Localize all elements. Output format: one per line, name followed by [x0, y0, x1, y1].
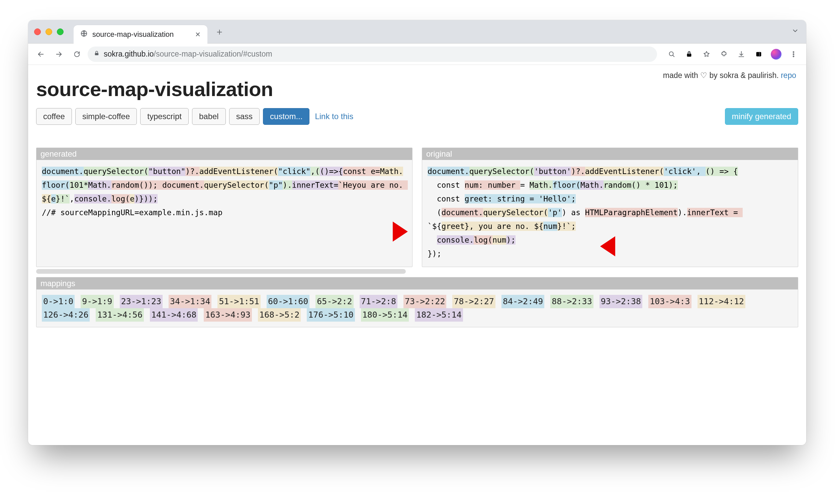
mapping-token[interactable]: 131->4:56 [96, 308, 144, 322]
downloads-icon[interactable] [734, 47, 749, 62]
mapping-token[interactable]: 34->1:34 [169, 295, 211, 308]
code-segment[interactable]: Math. [380, 167, 403, 176]
code-segment[interactable]: () => { [706, 167, 738, 176]
code-segment[interactable]: greet: string = 'Hello'; [465, 194, 576, 203]
custom-button[interactable]: custom... [263, 108, 309, 125]
code-segment[interactable]: num [492, 235, 507, 245]
panel-toggle-icon[interactable] [751, 47, 766, 62]
search-icon[interactable] [665, 47, 679, 62]
code-segment[interactable]: }!` [56, 194, 70, 203]
code-segment[interactable]: }!`; [557, 222, 576, 231]
mapping-token[interactable]: 112->4:12 [697, 295, 745, 308]
mapping-token[interactable]: 71->2:8 [360, 295, 398, 308]
code-segment[interactable]: floor( [553, 180, 581, 190]
original-code[interactable]: document.querySelector('button')?.addEve… [422, 160, 798, 267]
code-segment[interactable]: "button" [148, 167, 186, 176]
code-segment[interactable]: 'button' [534, 167, 571, 176]
code-segment[interactable]: you are no. [352, 180, 408, 190]
mapping-token[interactable]: 0->1:0 [42, 295, 75, 308]
code-segment[interactable]: )?. [571, 167, 585, 176]
code-segment[interactable]: ). [678, 208, 687, 217]
code-segment[interactable]: num [543, 222, 557, 231]
code-segment[interactable]: document. [162, 180, 204, 190]
code-segment[interactable]: )?. [185, 167, 199, 176]
code-segment[interactable] [428, 235, 437, 245]
code-segment[interactable]: Math. [581, 180, 604, 190]
example-sass-button[interactable]: sass [229, 108, 260, 125]
mapping-token[interactable]: 168->5:2 [258, 308, 301, 322]
code-segment[interactable]: }, you are no. ${ [465, 222, 543, 231]
code-segment[interactable]: ( [428, 208, 442, 217]
close-window-button[interactable] [34, 28, 41, 35]
code-segment[interactable]: `${ [428, 222, 442, 231]
code-segment[interactable]: random() [604, 180, 645, 190]
mapping-token[interactable]: 103->4:3 [648, 295, 691, 308]
code-segment[interactable]: , [69, 194, 74, 203]
code-segment[interactable]: ()=>{ [320, 167, 343, 176]
code-segment[interactable]: 'click', [664, 167, 706, 176]
mapping-token[interactable]: 93->2:38 [599, 295, 642, 308]
code-segment[interactable]: ${ [42, 194, 51, 203]
mapping-token[interactable]: 176->5:10 [307, 308, 354, 322]
code-segment[interactable]: innerText= [292, 180, 338, 190]
share-icon[interactable] [682, 47, 696, 62]
code-segment[interactable]: random()); [111, 180, 162, 190]
minify-generated-button[interactable]: minify generated [725, 108, 798, 125]
example-babel-button[interactable]: babel [192, 108, 226, 125]
code-segment[interactable]: const [428, 194, 465, 203]
code-segment[interactable]: HTMLParagraphElement [585, 208, 678, 217]
kebab-menu-icon[interactable] [786, 47, 801, 62]
repo-link[interactable]: repo [781, 71, 796, 80]
code-segment[interactable]: Math. [88, 180, 111, 190]
mapping-token[interactable]: 51->1:51 [218, 295, 260, 308]
code-segment[interactable]: floor( [42, 180, 69, 190]
code-segment[interactable]: console. [437, 235, 474, 245]
mapping-token[interactable]: 9->1:9 [81, 295, 114, 308]
code-segment[interactable]: 'p' [548, 208, 562, 217]
maximize-window-button[interactable] [57, 28, 64, 35]
code-segment[interactable]: ); [506, 235, 515, 245]
generated-horizontal-scrollbar[interactable] [36, 269, 406, 274]
code-segment[interactable]: document. [42, 167, 84, 176]
example-coffee-button[interactable]: coffee [36, 108, 72, 125]
profile-avatar[interactable] [769, 47, 783, 62]
code-segment[interactable]: e [51, 194, 56, 203]
code-segment[interactable]: "click" [278, 167, 310, 176]
example-simple-coffee-button[interactable]: simple-coffee [75, 108, 137, 125]
mapping-token[interactable]: 84->2:49 [502, 295, 544, 308]
back-button[interactable] [34, 47, 48, 62]
bookmark-star-icon[interactable] [699, 47, 714, 62]
code-segment[interactable]: greet [442, 222, 465, 231]
mapping-token[interactable]: 163->4:93 [204, 308, 251, 322]
reload-button[interactable] [69, 47, 84, 62]
mapping-token[interactable]: 180->5:14 [361, 308, 409, 322]
mapping-token[interactable]: 23->1:23 [120, 295, 163, 308]
code-segment[interactable]: querySelector( [84, 167, 148, 176]
code-segment[interactable]: querySelector( [483, 208, 548, 217]
code-segment[interactable]: Math. [530, 180, 553, 190]
code-segment[interactable]: `He [338, 180, 352, 190]
code-segment[interactable]: innerText = [687, 208, 743, 217]
code-segment[interactable]: querySelector( [204, 180, 269, 190]
mapping-token[interactable]: 60->1:60 [267, 295, 309, 308]
code-segment[interactable]: log( [474, 235, 492, 245]
code-segment[interactable]: ) as [562, 208, 585, 217]
code-segment[interactable]: addEventListener( [199, 167, 278, 176]
code-segment[interactable]: e= [371, 167, 380, 176]
code-segment[interactable]: e [130, 194, 135, 203]
mapping-token[interactable]: 88->2:33 [550, 295, 593, 308]
mapping-token[interactable]: 78->2:27 [452, 295, 495, 308]
code-segment[interactable]: * 101); [645, 180, 678, 190]
code-segment[interactable]: "p" [269, 180, 283, 190]
code-segment[interactable]: const [428, 180, 465, 190]
link-to-this-link[interactable]: Link to this [315, 112, 353, 121]
new-tab-button[interactable]: ＋ [215, 25, 224, 38]
code-segment[interactable]: console. [74, 194, 111, 203]
code-segment[interactable]: log( [111, 194, 130, 203]
close-tab-icon[interactable]: ✕ [195, 31, 201, 39]
example-typescript-button[interactable]: typescript [140, 108, 189, 125]
code-segment[interactable]: querySelector( [469, 167, 534, 176]
mapping-token[interactable]: 141->4:68 [150, 308, 198, 322]
tab-list-chevron-icon[interactable] [792, 27, 799, 37]
code-segment[interactable]: const [343, 167, 371, 176]
